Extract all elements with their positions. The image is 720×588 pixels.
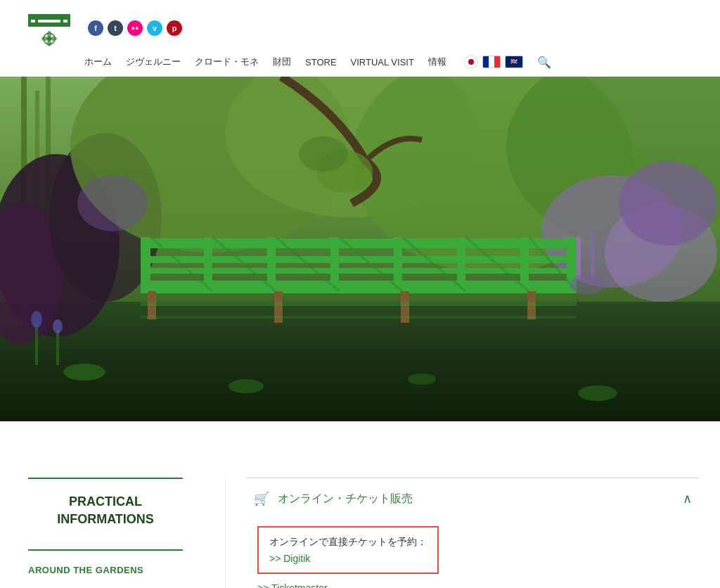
logo-area[interactable]: [21, 7, 77, 49]
main-content: PRACTICAL INFORMATIONS AROUND THE GARDEN…: [0, 449, 720, 588]
svg-point-61: [31, 311, 42, 328]
nav-store[interactable]: STORE: [305, 57, 337, 68]
svg-rect-2: [28, 14, 31, 27]
facebook-link[interactable]: f: [88, 20, 103, 36]
svg-rect-36: [394, 237, 402, 290]
accordion-title: オンライン・チケット販売: [278, 492, 413, 506]
hero-svg: [0, 77, 720, 421]
accordion-header-left: 🛒 オンライン・チケット販売: [254, 491, 413, 506]
vimeo-link[interactable]: v: [147, 20, 162, 36]
sidebar-section-divider: [28, 549, 183, 551]
svg-rect-13: [0, 302, 720, 421]
search-icon[interactable]: 🔍: [537, 56, 551, 69]
language-flags: 🇬🇧: [464, 55, 523, 69]
svg-rect-37: [457, 237, 465, 290]
svg-rect-38: [520, 237, 529, 290]
svg-rect-33: [204, 237, 212, 290]
sidebar-title: PRACTICAL INFORMATIONS: [28, 493, 183, 528]
right-content: 🛒 オンライン・チケット販売 ∧ オンラインで直接チケットを予約： >> Dig…: [225, 478, 699, 588]
accordion-header[interactable]: 🛒 オンライン・チケット販売 ∧: [247, 478, 699, 519]
svg-rect-5: [60, 14, 63, 27]
sidebar-section-title: AROUND THE GARDENS: [28, 565, 204, 575]
flickr-link[interactable]: ●●: [127, 20, 143, 36]
nav-monet[interactable]: クロード・モネ: [195, 56, 259, 68]
ticket-box-text: オンラインで直接チケットを予約：: [269, 536, 427, 549]
hero-image: [0, 77, 720, 421]
svg-point-53: [570, 274, 605, 295]
svg-point-58: [408, 373, 436, 385]
main-nav: ホーム ジヴェルニー クロード・モネ 財団 STORE VIRTUAL VISI…: [21, 55, 699, 69]
flag-japanese[interactable]: [464, 55, 478, 69]
content-spacer: [0, 421, 720, 449]
svg-rect-34: [267, 237, 276, 290]
svg-point-11: [47, 37, 51, 41]
accordion-body: オンラインで直接チケットを予約： >> Digitik >> Ticketmas…: [247, 519, 699, 588]
svg-point-59: [578, 385, 617, 401]
svg-rect-62: [56, 330, 59, 365]
svg-point-63: [53, 319, 63, 333]
ticket-reservation-box: オンラインで直接チケットを予約： >> Digitik: [257, 526, 439, 574]
additional-ticket-links: >> Ticketmaster >> Fnac: [257, 582, 688, 588]
nav-virtual-visit[interactable]: VIRTUAL VISIT: [351, 57, 414, 68]
svg-rect-1: [28, 23, 70, 27]
ticketmaster-link[interactable]: >> Ticketmaster: [257, 582, 688, 588]
svg-rect-52: [591, 231, 594, 281]
site-logo[interactable]: [21, 7, 77, 49]
svg-point-65: [299, 136, 348, 172]
cart-icon: 🛒: [254, 491, 269, 506]
svg-rect-4: [35, 14, 38, 27]
svg-rect-32: [141, 237, 150, 293]
sidebar-top-divider: [28, 478, 183, 479]
svg-point-57: [229, 379, 264, 393]
nav-info[interactable]: 情報: [428, 56, 446, 68]
svg-rect-60: [35, 323, 38, 365]
social-icons: f t ●● v p: [88, 20, 182, 36]
sidebar: PRACTICAL INFORMATIONS AROUND THE GARDEN…: [28, 478, 225, 588]
pinterest-link[interactable]: p: [167, 20, 182, 36]
svg-rect-35: [330, 237, 339, 290]
flag-french[interactable]: [482, 56, 501, 68]
svg-point-27: [77, 175, 148, 231]
svg-point-56: [63, 364, 105, 381]
digitik-link[interactable]: >> Digitik: [269, 553, 427, 564]
accordion-item-tickets: 🛒 オンライン・チケット販売 ∧ オンラインで直接チケットを予約： >> Dig…: [247, 478, 699, 588]
svg-point-26: [619, 161, 717, 245]
tumblr-link[interactable]: t: [108, 20, 123, 36]
site-header: f t ●● v p ホーム ジヴェルニー クロード・モネ 財団 STORE V…: [0, 0, 720, 77]
nav-giverny[interactable]: ジヴェルニー: [126, 56, 181, 68]
svg-rect-51: [577, 237, 581, 279]
accordion-chevron-icon[interactable]: ∧: [683, 491, 692, 506]
nav-foundation[interactable]: 財団: [273, 56, 291, 68]
flag-english[interactable]: 🇬🇧: [505, 56, 523, 68]
svg-rect-54: [141, 302, 577, 306]
nav-home[interactable]: ホーム: [84, 56, 112, 68]
header-top: f t ●● v p: [21, 7, 699, 49]
svg-rect-0: [28, 14, 70, 20]
svg-rect-3: [68, 14, 70, 27]
svg-rect-55: [141, 316, 577, 319]
